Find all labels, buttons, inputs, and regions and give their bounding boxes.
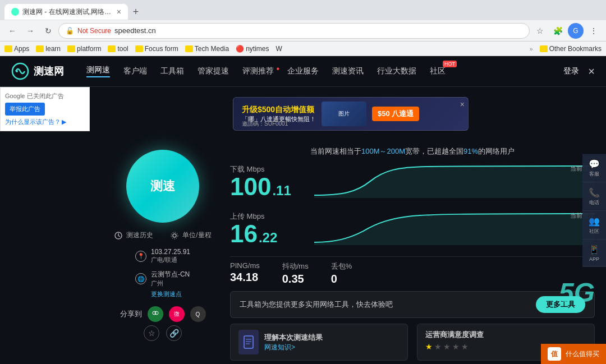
- settings-icon: [170, 231, 179, 240]
- share-label: 分享到: [120, 309, 142, 319]
- nav-link-tools[interactable]: 工具箱: [160, 66, 184, 76]
- nav-link-boost[interactable]: 管家提速: [198, 66, 229, 76]
- top-navigation: 测速网 测网速 客户端 工具箱 管家提速 评测推荐 • 企业服务 测速资讯 行业…: [0, 56, 606, 87]
- phone-icon: 📞: [589, 187, 600, 197]
- download-value-row: 100 .11: [230, 174, 303, 199]
- why-ad-text: 为什么显示该广告？: [5, 118, 61, 126]
- logo[interactable]: 测速网: [11, 62, 64, 80]
- nav-link-community[interactable]: 社区 HOT: [430, 66, 446, 76]
- bookmark-star-btn[interactable]: ☆: [532, 23, 548, 39]
- location-icon: 📍: [135, 251, 146, 262]
- svg-point-6: [155, 311, 158, 315]
- extension-btn[interactable]: 🧩: [550, 23, 566, 39]
- download-row: 下载 Mbps 100 .11 当前速度: [230, 164, 595, 204]
- phone-btn[interactable]: 📞 电话: [582, 182, 606, 211]
- address-bar[interactable]: 🔓 Not Secure speedtest.cn: [58, 23, 530, 39]
- bookmark-learn[interactable]: learn: [36, 45, 61, 53]
- bookmark-techmedia[interactable]: Tech Media: [185, 45, 229, 53]
- qq-share-btn[interactable]: Q: [190, 306, 206, 322]
- share-row: 分享到 微 Q: [120, 306, 206, 322]
- why-ad-link[interactable]: 为什么显示该广告？ ▶: [5, 118, 85, 126]
- login-button[interactable]: 登录: [563, 66, 579, 76]
- tab-close-btn[interactable]: ×: [117, 7, 121, 16]
- star-1[interactable]: ★: [425, 342, 433, 351]
- card1-link[interactable]: 网速知识>: [264, 343, 323, 352]
- app-btn[interactable]: 📱 APP: [582, 239, 606, 266]
- bookmark-label: Tech Media: [195, 45, 229, 53]
- menu-btn[interactable]: ⋮: [586, 23, 602, 39]
- speed-range: 100M～200M: [361, 147, 405, 155]
- upload-chart: 当前速度: [314, 211, 595, 251]
- wechat-icon: [152, 310, 159, 318]
- upload-row: 上传 Mbps 16 .22 当前速度: [230, 211, 595, 251]
- knowledge-card: 理解本次测速结果 网速知识>: [230, 324, 408, 361]
- forward-button[interactable]: →: [22, 23, 38, 39]
- link-action-btn[interactable]: 🔗: [166, 325, 182, 341]
- star-4[interactable]: ★: [452, 342, 460, 351]
- upload-decimal: .22: [259, 230, 277, 246]
- worth-badge[interactable]: 值 什么值得买: [541, 344, 606, 364]
- ad-price: $50 八達通: [372, 107, 419, 121]
- star-action-btn[interactable]: ☆: [144, 325, 159, 341]
- customer-service-icon: 💬: [589, 158, 600, 169]
- customer-service-btn[interactable]: 💬 客服: [582, 154, 606, 182]
- community-btn[interactable]: 👥 社区: [582, 211, 606, 239]
- star-2[interactable]: ★: [434, 342, 442, 351]
- hot-badge: HOT: [443, 61, 457, 67]
- report-ad-button[interactable]: 举报此广告: [5, 103, 45, 116]
- nav-link-news[interactable]: 测速资讯: [332, 66, 364, 76]
- node-city: 广州: [151, 279, 190, 288]
- bookmark-tool[interactable]: tool: [108, 45, 128, 53]
- nav-link-speed[interactable]: 测网速: [86, 65, 110, 77]
- speed-test-button[interactable]: 测速: [126, 150, 199, 223]
- svg-point-3: [173, 234, 176, 237]
- bookmark-apps[interactable]: Apps: [4, 45, 29, 53]
- app-label: APP: [589, 256, 599, 261]
- svg-rect-7: [244, 336, 253, 348]
- upload-value: 16: [230, 222, 258, 246]
- refresh-button[interactable]: ↻: [40, 23, 56, 39]
- more-bookmarks[interactable]: »: [530, 45, 533, 52]
- node-details: 云测节点-CN 广州: [151, 270, 190, 288]
- main-app: Google 已关闭此广告 举报此广告 为什么显示该广告？ ▶ 测速网 测网速 …: [0, 56, 606, 364]
- bookmark-w[interactable]: W: [276, 45, 282, 53]
- active-tab[interactable]: 测速网 - 在线网速测试,网络测速... ×: [4, 4, 128, 20]
- ad-close-btn[interactable]: ×: [460, 100, 465, 109]
- new-tab-button[interactable]: +: [128, 4, 144, 20]
- bookmark-platform[interactable]: platform: [67, 45, 101, 53]
- community-icon: 👥: [589, 215, 600, 226]
- ping-label: PING/ms: [230, 261, 260, 270]
- ip-info: 📍 103.27.25.91 广电/联通 🌐 云测节点-CN 广州 更换测速点: [135, 248, 190, 298]
- nav-link-client[interactable]: 客户端: [123, 66, 147, 76]
- change-node-link[interactable]: 更换测速点: [151, 290, 182, 298]
- upload-chart-svg: [314, 211, 595, 245]
- download-chart-svg: [314, 164, 595, 198]
- why-ad-arrow: ▶: [62, 118, 66, 126]
- wechat-share-btn[interactable]: [148, 306, 163, 322]
- star-5[interactable]: ★: [461, 342, 469, 351]
- folder-icon: [108, 45, 116, 52]
- profile-btn[interactable]: G: [568, 23, 584, 39]
- nav-link-review[interactable]: 评测推荐 •: [242, 66, 274, 76]
- card-content: 理解本次测速结果 网速知识>: [238, 330, 400, 354]
- history-button[interactable]: 测速历史: [114, 231, 153, 240]
- phone-label: 电话: [589, 199, 599, 206]
- ip-address: 103.27.25.91: [151, 248, 190, 256]
- star-3[interactable]: ★: [443, 342, 451, 351]
- ad-banner-wrapper: 升级$500自动增值额 「哪」八達通更暢快無阻！ 图片 $50 八達通 × 邀請…: [95, 91, 606, 136]
- nav-link-bigdata[interactable]: 行业大数据: [377, 66, 416, 76]
- close-button[interactable]: ×: [588, 65, 595, 78]
- bookmark-nytimes[interactable]: 🔴 nytimes: [236, 45, 269, 53]
- bookmark-focus[interactable]: Focus form: [135, 45, 178, 53]
- security-label: Not Secure: [77, 27, 111, 35]
- back-button[interactable]: ←: [4, 23, 20, 39]
- google-ad-overlay: Google 已关闭此广告 举报此广告 为什么显示该广告？ ▶: [0, 87, 90, 131]
- ping-row: PING/ms 34.18 抖动/ms 0.35 丢包% 0: [230, 256, 595, 285]
- document-icon: [243, 335, 254, 349]
- unit-button[interactable]: 单位/量程: [170, 231, 211, 240]
- right-panel: 当前网速相当于100M～200M宽带，已超越全国91%的网络用户 下载 Mbps…: [230, 144, 595, 361]
- logo-text: 测速网: [34, 64, 64, 78]
- weibo-share-btn[interactable]: 微: [169, 306, 185, 322]
- bookmark-other[interactable]: Other Bookmarks: [540, 45, 602, 53]
- nav-link-enterprise[interactable]: 企业服务: [287, 66, 319, 76]
